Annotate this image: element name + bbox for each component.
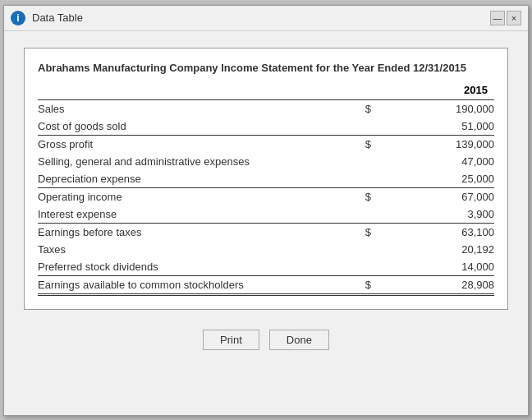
footer: Print Done (24, 323, 508, 353)
row-symbol: $ (334, 275, 370, 294)
row-label: Operating income (38, 187, 334, 205)
row-value: 14,000 (371, 258, 494, 276)
table-row: Earnings before taxes$63,100 (38, 223, 494, 241)
main-window: i Data Table — × Abrahams Manufacturing … (3, 5, 529, 416)
info-icon: i (11, 11, 25, 25)
row-symbol (334, 241, 370, 258)
row-symbol: $ (334, 135, 370, 153)
row-symbol (334, 205, 370, 224)
row-value: 25,000 (371, 170, 494, 188)
row-value: 139,000 (371, 135, 494, 153)
title-bar: i Data Table — × (4, 6, 528, 31)
table-row: Taxes20,192 (38, 241, 494, 258)
table-header-row: 2015 (38, 84, 494, 100)
close-button[interactable]: × (507, 11, 521, 25)
row-label: Gross profit (38, 135, 334, 153)
print-button[interactable]: Print (203, 330, 259, 350)
row-label: Earnings before taxes (38, 223, 334, 241)
done-button[interactable]: Done (269, 330, 329, 350)
table-row: Selling, general and administrative expe… (38, 153, 494, 170)
col-header-year: 2015 (371, 84, 494, 100)
col-header-label (38, 84, 334, 100)
row-symbol: $ (334, 187, 370, 205)
row-symbol (334, 118, 370, 136)
table-row: Interest expense3,900 (38, 205, 494, 224)
row-label: Interest expense (38, 205, 334, 224)
row-value: 67,000 (371, 187, 494, 205)
window-controls: — × (490, 11, 521, 25)
window-title: Data Table (32, 12, 484, 24)
table-row: Depreciation expense25,000 (38, 170, 494, 188)
row-label: Taxes (38, 241, 334, 258)
table-row: Earnings available to common stockholder… (38, 275, 494, 294)
row-value: 190,000 (371, 99, 494, 118)
minimize-button[interactable]: — (490, 11, 505, 25)
table-title: Abrahams Manufacturing Company Income St… (38, 62, 494, 74)
row-value: 20,192 (371, 241, 494, 258)
row-symbol: $ (334, 223, 370, 241)
row-symbol: $ (334, 99, 370, 118)
row-symbol (334, 170, 370, 188)
table-row: Cost of goods sold51,000 (38, 118, 494, 136)
window-content: Abrahams Manufacturing Company Income St… (4, 31, 528, 415)
row-value: 28,908 (371, 275, 494, 294)
row-label: Earnings available to common stockholder… (38, 275, 334, 294)
row-symbol (334, 153, 370, 170)
table-row: Gross profit$139,000 (38, 135, 494, 153)
row-value: 3,900 (371, 205, 494, 224)
row-label: Sales (38, 99, 334, 118)
row-value: 51,000 (371, 118, 494, 136)
income-statement-table: 2015 Sales$190,000Cost of goods sold51,0… (38, 84, 494, 296)
row-value: 47,000 (371, 153, 494, 170)
row-label: Selling, general and administrative expe… (38, 153, 334, 170)
row-label: Cost of goods sold (38, 118, 334, 136)
row-symbol (334, 258, 370, 276)
row-label: Depreciation expense (38, 170, 334, 188)
table-row: Operating income$67,000 (38, 187, 494, 205)
row-label: Preferred stock dividends (38, 258, 334, 276)
data-table-container: Abrahams Manufacturing Company Income St… (24, 48, 508, 310)
table-row: Sales$190,000 (38, 99, 494, 118)
col-header-symbol (334, 84, 370, 100)
row-value: 63,100 (371, 223, 494, 241)
table-row: Preferred stock dividends14,000 (38, 258, 494, 276)
